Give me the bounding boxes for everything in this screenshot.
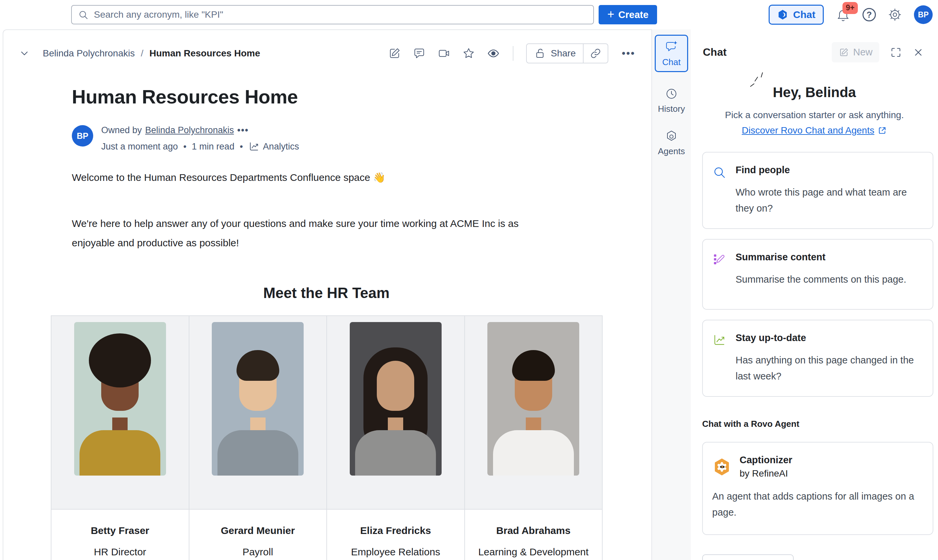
portrait-brad-abrahams bbox=[488, 322, 579, 475]
video-button[interactable] bbox=[437, 47, 450, 60]
rovo-chat-button[interactable]: Chat bbox=[769, 5, 824, 25]
team-photo-cell bbox=[51, 316, 190, 509]
team-section-heading: Meet the HR Team bbox=[51, 285, 602, 302]
starter-card-find-people[interactable]: Find people Who wrote this page and what… bbox=[702, 152, 933, 229]
collapse-breadcrumb-button[interactable] bbox=[19, 48, 30, 59]
breadcrumb-separator: / bbox=[141, 48, 143, 59]
team-photo-cell bbox=[465, 316, 603, 509]
portrait-eliza-fredricks bbox=[350, 322, 441, 475]
edit-pencil-icon bbox=[388, 47, 401, 60]
chevron-down-icon bbox=[19, 48, 30, 59]
video-camera-icon bbox=[437, 47, 450, 60]
unlocked-padlock-icon bbox=[534, 48, 546, 59]
close-icon bbox=[913, 47, 924, 58]
topbar-right-cluster: Chat 9+ ? BP bbox=[769, 5, 938, 25]
watch-eye-icon bbox=[487, 47, 500, 60]
owner-avatar[interactable]: BP bbox=[72, 125, 93, 146]
rail-tab-history[interactable]: History bbox=[656, 87, 687, 114]
meta-dot: • bbox=[240, 142, 243, 152]
share-button[interactable]: Share bbox=[527, 44, 583, 63]
favorite-button[interactable] bbox=[462, 47, 475, 60]
page-actions: Share ••• bbox=[388, 43, 637, 63]
rail-tab-agents[interactable]: Agents bbox=[656, 129, 687, 157]
search-icon bbox=[712, 165, 726, 216]
star-icon bbox=[462, 47, 475, 60]
starter-title: Stay up-to-date bbox=[736, 332, 923, 343]
breadcrumb-space-link[interactable]: Belinda Polychronakis bbox=[43, 48, 135, 59]
watch-button[interactable] bbox=[487, 47, 500, 60]
conversation-starters: Find people Who wrote this page and what… bbox=[702, 152, 933, 397]
rail-tab-chat[interactable]: Chat bbox=[655, 35, 688, 72]
toolbar-divider bbox=[513, 46, 514, 61]
read-time: 1 min read bbox=[192, 142, 234, 152]
content-header: Belinda Polychronakis / Human Resources … bbox=[3, 30, 651, 63]
share-button-group: Share bbox=[526, 43, 609, 63]
more-actions-button[interactable]: ••• bbox=[620, 48, 637, 59]
team-name-cell: Gerard Meunier Payroll bbox=[190, 509, 327, 560]
notifications-button[interactable]: 9+ bbox=[836, 7, 850, 22]
owner-link[interactable]: Belinda Polychronakis bbox=[145, 125, 234, 135]
owner-more-button[interactable]: ••• bbox=[237, 125, 248, 135]
external-link-icon bbox=[878, 126, 887, 135]
breadcrumb-current-page: Human Resources Home bbox=[149, 48, 260, 59]
rovo-agent-section-label: Chat with a Rovo Agent bbox=[702, 419, 938, 429]
trend-chart-icon bbox=[712, 333, 726, 384]
starter-card-stay-up-to-date[interactable]: Stay up-to-date Has anything on this pag… bbox=[702, 320, 933, 397]
page-title: Human Resources Home bbox=[72, 85, 651, 108]
starter-description: Summarise the comments on this page. bbox=[736, 271, 906, 287]
settings-button[interactable] bbox=[888, 8, 902, 22]
chat-subtitle: Pick a conversation starter or ask anyth… bbox=[691, 110, 938, 120]
member-name: Eliza Fredricks bbox=[331, 525, 460, 536]
meta-dot: • bbox=[184, 142, 187, 152]
page-content-panel: Belinda Polychronakis / Human Resources … bbox=[3, 29, 651, 560]
starter-description: Who wrote this page and what team are th… bbox=[736, 184, 923, 216]
help-button[interactable]: ? bbox=[862, 8, 876, 22]
new-chat-label: New bbox=[853, 47, 873, 58]
user-avatar[interactable]: BP bbox=[914, 5, 933, 24]
chat-greeting: Hey, Belinda bbox=[773, 85, 856, 100]
last-updated: Just a moment ago bbox=[101, 142, 178, 152]
analytics-button[interactable]: Analytics bbox=[248, 141, 299, 152]
expand-icon bbox=[890, 46, 902, 58]
comment-icon bbox=[412, 47, 426, 60]
member-role: Payroll bbox=[193, 546, 323, 558]
top-bar: + Create Chat 9+ ? BP bbox=[0, 0, 938, 29]
analytics-chart-icon bbox=[248, 141, 259, 152]
comments-button[interactable] bbox=[412, 47, 426, 60]
search-input[interactable] bbox=[71, 5, 594, 25]
team-table: Betty Fraser HR Director Gerard Meunier … bbox=[51, 315, 603, 560]
team-name-cell: Betty Fraser HR Director bbox=[51, 509, 190, 560]
create-button[interactable]: + Create bbox=[599, 5, 657, 25]
analytics-label: Analytics bbox=[263, 142, 299, 152]
rail-chat-label: Chat bbox=[662, 57, 681, 68]
edit-button[interactable] bbox=[388, 47, 401, 60]
member-name: Betty Fraser bbox=[56, 525, 185, 536]
rail-agents-label: Agents bbox=[658, 146, 685, 157]
starter-card-summarise-content[interactable]: Summarise content Summarise the comments… bbox=[702, 239, 933, 310]
rovo-rail: Chat History Agents bbox=[651, 29, 691, 560]
gear-icon bbox=[888, 8, 902, 22]
starter-title: Find people bbox=[736, 165, 923, 175]
team-photo-cell bbox=[190, 316, 327, 509]
agent-card-captionizer[interactable]: Captionizer by RefineAI An agent that ad… bbox=[702, 442, 933, 535]
link-icon bbox=[589, 48, 602, 59]
expand-chat-button[interactable] bbox=[890, 46, 902, 58]
member-name: Brad Abrahams bbox=[469, 525, 598, 536]
captionizer-agent-icon bbox=[712, 457, 731, 477]
new-chat-button[interactable]: New bbox=[832, 42, 879, 62]
discover-rovo-link[interactable]: Discover Rovo Chat and Agents bbox=[742, 125, 887, 136]
intro-paragraph: Welcome to the Human Resources Departmen… bbox=[72, 172, 651, 183]
browse-agents-button[interactable]: Browse Agents bbox=[702, 554, 794, 560]
portrait-gerard-meunier bbox=[212, 322, 304, 475]
sparkle-doodle-icon bbox=[747, 71, 768, 92]
search-icon bbox=[78, 9, 88, 20]
member-role: Learning & Development bbox=[469, 546, 598, 558]
owned-by-label: Owned by bbox=[101, 125, 142, 135]
copy-link-button[interactable] bbox=[583, 44, 608, 63]
rovo-chat-button-label: Chat bbox=[793, 9, 815, 20]
question-mark-icon: ? bbox=[867, 10, 872, 20]
close-chat-button[interactable] bbox=[913, 47, 924, 58]
chat-panel-header: Chat New bbox=[691, 29, 938, 62]
byline-text: Owned by Belinda Polychronakis ••• Just … bbox=[101, 125, 299, 152]
agent-byline: by RefineAI bbox=[740, 468, 792, 479]
